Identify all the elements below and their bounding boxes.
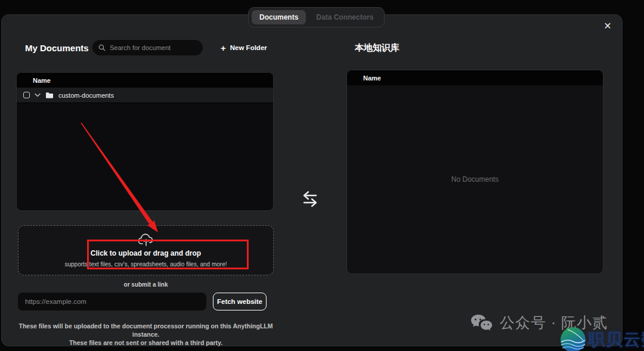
- close-icon[interactable]: ✕: [601, 19, 614, 32]
- workspace-title: 本地知识库: [355, 42, 400, 54]
- row-checkbox[interactable]: [23, 92, 30, 98]
- workspace-empty-area: No Documents: [347, 85, 603, 274]
- right-header-name: Name: [363, 74, 381, 82]
- disclaimer-line1: These files will be uploaded to the docu…: [18, 322, 274, 338]
- upload-disclaimer: These files will be uploaded to the docu…: [18, 322, 274, 347]
- folder-row-label: custom-documents: [58, 92, 114, 99]
- my-documents-panel: Name custom-documents: [16, 72, 274, 211]
- upload-subtitle: supports text files, csv's, spreadsheets…: [64, 261, 227, 268]
- search-input[interactable]: [110, 44, 197, 51]
- url-input[interactable]: [18, 293, 206, 310]
- table-row[interactable]: custom-documents: [17, 88, 273, 103]
- cloud-upload-icon: [138, 233, 154, 247]
- my-documents-title: My Documents: [25, 43, 89, 53]
- disclaimer-line2: These files are not sent or shared with …: [18, 338, 274, 347]
- search-icon: [98, 44, 106, 51]
- tab-documents[interactable]: Documents: [252, 10, 306, 24]
- brand-watermark: 职贝云数: [559, 326, 644, 351]
- right-table-header: Name: [347, 70, 603, 85]
- modal-tabbar: Documents Data Connectors: [248, 7, 385, 27]
- or-submit-link-text: or submit a link: [18, 281, 274, 288]
- fetch-website-button[interactable]: Fetch website: [213, 293, 267, 310]
- upload-title: Click to upload or drag and drop: [91, 249, 201, 257]
- wechat-icon: [470, 313, 493, 333]
- no-documents-text: No Documents: [451, 175, 499, 184]
- left-table-header: Name: [17, 73, 273, 88]
- brand-globe-icon: [559, 326, 587, 351]
- upload-dropzone[interactable]: Click to upload or drag and drop support…: [18, 225, 274, 275]
- workspace-documents-panel: Name No Documents: [346, 70, 603, 274]
- folder-icon: [45, 92, 54, 99]
- new-folder-button[interactable]: + New Folder: [221, 42, 267, 54]
- chevron-down-icon[interactable]: [35, 93, 41, 97]
- move-documents-icon: [300, 188, 320, 210]
- new-folder-label: New Folder: [230, 44, 267, 51]
- document-search[interactable]: [92, 40, 203, 55]
- left-header-name: Name: [33, 77, 51, 84]
- brand-watermark-label: 职贝云数: [588, 328, 644, 351]
- tab-data-connectors[interactable]: Data Connectors: [308, 10, 381, 24]
- plus-icon: +: [221, 44, 226, 52]
